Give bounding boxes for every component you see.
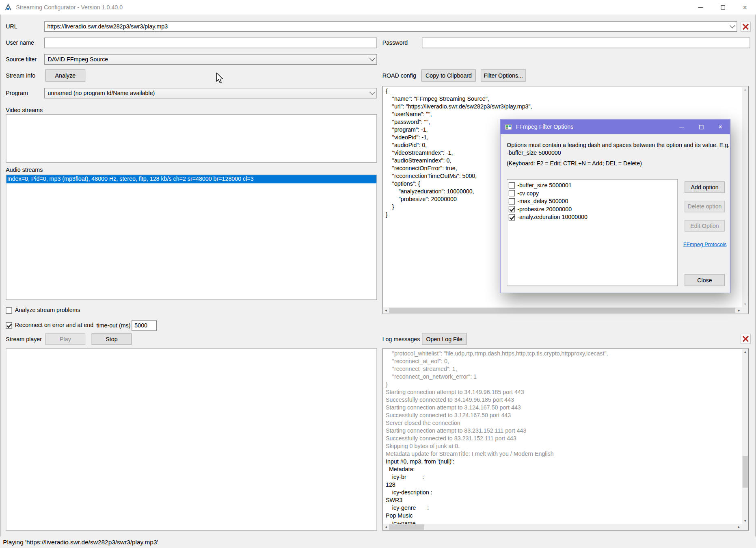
window-controls <box>689 0 756 15</box>
program-label: Program <box>6 88 28 98</box>
username-input[interactable] <box>44 38 377 48</box>
scroll-up-icon[interactable] <box>742 87 748 93</box>
program-chevron-down-icon[interactable] <box>367 88 377 98</box>
audio-streams-listbox[interactable]: Index=0, Pid=0, mp3 (mp3float), 48000 Hz… <box>6 175 377 300</box>
scroll-down-icon[interactable] <box>742 518 748 524</box>
reconnect-checkbox[interactable] <box>6 322 12 328</box>
dialog-close-action-button[interactable]: Close <box>685 274 725 286</box>
log-line: Successfully connected to 34.149.96.185 … <box>386 396 739 404</box>
scroll-down-icon[interactable] <box>742 301 748 307</box>
delete-option-button[interactable]: Delete option <box>685 201 725 212</box>
stream-player-surface <box>6 348 377 531</box>
filter-option-label: -cv copy <box>517 190 539 197</box>
scroll-left-icon[interactable] <box>383 524 389 530</box>
analyze-problems-checkbox[interactable] <box>6 307 12 313</box>
config-line: "url": "https://liveradio.swr.de/sw282p3… <box>386 103 739 110</box>
filter-options-listbox[interactable]: -buffer_size 5000001-cv copy-max_delay 5… <box>507 179 678 286</box>
checkbox-checked-icon[interactable] <box>509 214 515 220</box>
checkbox-unchecked-icon[interactable] <box>509 198 515 204</box>
log-line: Starting connection attempt to 83.231.15… <box>386 427 739 435</box>
minimize-icon <box>698 7 703 7</box>
add-option-button[interactable]: Add option <box>685 182 725 193</box>
close-button[interactable] <box>734 0 756 15</box>
road-config-label: ROAD config <box>382 70 416 81</box>
maximize-button[interactable] <box>712 0 734 15</box>
scroll-left-icon[interactable] <box>383 307 389 313</box>
edit-option-button[interactable]: Edit Option <box>685 220 725 232</box>
stream-info-label: Stream info <box>6 70 35 81</box>
scroll-right-icon[interactable] <box>736 524 742 530</box>
log-textarea[interactable]: "protocol_whitelist": "file,udp,rtp,rtmp… <box>382 348 749 531</box>
url-input[interactable] <box>45 22 728 31</box>
url-combobox[interactable] <box>44 21 737 32</box>
ffmpeg-protocols-link[interactable]: FFmpeg Protocols <box>683 241 727 247</box>
copy-to-clipboard-button[interactable]: Copy to Clipboard <box>421 69 476 82</box>
source-filter-dropdown[interactable]: DAVID FFmpeg Source <box>44 54 377 65</box>
log-line: Metadata: <box>386 466 739 473</box>
log-content[interactable]: "protocol_whitelist": "file,udp,rtp,rtmp… <box>383 349 742 524</box>
dialog-close-button[interactable] <box>711 120 730 134</box>
url-chevron-down-icon[interactable] <box>728 22 737 31</box>
app-icon <box>4 3 12 11</box>
open-log-file-button[interactable]: Open Log File <box>422 333 467 345</box>
road-config-horizontal-scrollbar[interactable] <box>383 307 742 313</box>
log-line: Input #0, mp3, from '(null)': <box>386 458 739 466</box>
log-line: Pop Music <box>386 512 739 520</box>
log-line: Server closed the connection <box>386 419 739 427</box>
dialog-maximize-button[interactable] <box>691 120 711 134</box>
clear-url-button[interactable] <box>741 22 751 32</box>
app-window: Streaming Configurator - Version 1.0.40.… <box>0 0 756 548</box>
log-line: Successfully connected to 83.231.152.111… <box>386 435 739 442</box>
log-line: icy-description : <box>386 489 739 496</box>
audio-stream-item[interactable]: Index=0, Pid=0, mp3 (mp3float), 48000 Hz… <box>6 175 376 183</box>
filter-option-item[interactable]: -probesize 20000000 <box>507 205 677 213</box>
log-line: icy-name <box>386 520 739 524</box>
password-label: Password <box>382 38 408 48</box>
minimize-button[interactable] <box>689 0 712 15</box>
maximize-icon <box>721 5 725 9</box>
status-text: Playing 'https://liveradio.swr.de/sw282p… <box>3 538 158 546</box>
dialog-instruction-line3: (Keyboard: F2 = Edit; CTRL+N = Add; DEL … <box>507 160 642 167</box>
scroll-right-icon[interactable] <box>736 307 742 313</box>
stop-button[interactable]: Stop <box>92 334 132 345</box>
scrollbar-corner <box>742 307 748 313</box>
ffmpeg-filter-options-dialog: FFmpeg Filter Options Options must conta… <box>500 119 730 293</box>
password-input[interactable] <box>422 38 750 48</box>
scroll-up-icon[interactable] <box>742 349 748 355</box>
video-streams-listbox[interactable] <box>6 114 377 162</box>
program-dropdown[interactable]: unnamed (no program Id/Name available) <box>44 88 377 98</box>
road-config-vertical-scrollbar[interactable] <box>742 87 748 308</box>
red-x-icon <box>742 335 750 342</box>
program-value: unnamed (no program Id/Name available) <box>45 90 367 97</box>
clear-log-button[interactable] <box>741 334 751 344</box>
filter-option-item[interactable]: -buffer_size 5000001 <box>507 182 677 190</box>
play-button[interactable]: Play <box>45 334 86 345</box>
filter-option-item[interactable]: -analyzeduration 10000000 <box>507 213 677 221</box>
scrollbar-thumb[interactable] <box>743 456 748 487</box>
scrollbar-thumb[interactable] <box>389 524 424 530</box>
log-vertical-scrollbar[interactable] <box>742 349 748 524</box>
filter-option-label: -buffer_size 5000001 <box>517 182 572 189</box>
log-line: SWR3 <box>386 496 739 504</box>
dialog-icon <box>505 123 512 130</box>
checkbox-unchecked-icon[interactable] <box>509 190 515 196</box>
source-filter-chevron-down-icon[interactable] <box>367 54 377 64</box>
log-horizontal-scrollbar[interactable] <box>383 524 742 530</box>
dialog-title: FFmpeg Filter Options <box>516 123 574 130</box>
log-line: "protocol_whitelist": "file,udp,rtp,rtmp… <box>386 350 739 357</box>
red-x-icon <box>742 23 750 30</box>
checkbox-unchecked-icon[interactable] <box>509 182 515 188</box>
timeout-input[interactable] <box>132 321 157 331</box>
checkbox-checked-icon[interactable] <box>509 206 515 212</box>
dialog-minimize-button[interactable] <box>672 120 691 134</box>
filter-option-item[interactable]: -cv copy <box>507 189 677 197</box>
filter-option-item[interactable]: -max_delay 500000 <box>507 197 677 206</box>
log-line: 128 <box>386 481 739 489</box>
scrollbar-thumb[interactable] <box>389 308 735 313</box>
log-line: Skipping 0 bytes of junk at 0. <box>386 442 739 450</box>
filter-options-button[interactable]: Filter Options... <box>481 69 526 82</box>
analyze-button[interactable]: Analyze <box>45 69 86 82</box>
video-streams-label: Video streams <box>6 106 43 114</box>
window-title: Streaming Configurator - Version 1.0.40.… <box>16 4 123 11</box>
close-icon <box>743 4 747 11</box>
